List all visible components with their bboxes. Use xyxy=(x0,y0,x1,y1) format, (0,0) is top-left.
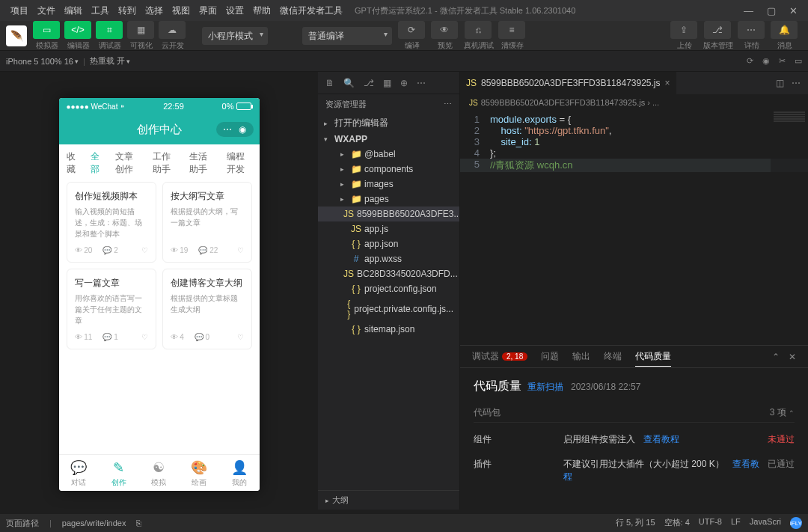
clear-cache-button[interactable]: ≡ xyxy=(498,21,525,39)
menu-item[interactable]: 文件 xyxy=(33,5,60,16)
tutorial-link[interactable]: 查看教程 xyxy=(563,459,759,482)
capsule-button[interactable]: ⋯◉ xyxy=(216,122,254,137)
message-button[interactable]: 🔔 xyxy=(771,21,798,39)
debugger-button[interactable]: ⌗ xyxy=(96,21,123,39)
page-path[interactable]: pages/write/index xyxy=(62,519,126,528)
record-icon[interactable]: ◉ xyxy=(762,56,770,66)
phone-tab[interactable]: 工作助手 xyxy=(153,150,178,176)
simulator-button[interactable]: ▭ xyxy=(33,21,60,39)
content-card[interactable]: 创作短视频脚本输入视频的简短描述，生成：标题、场景和整个脚本👁 20💬 2♡ xyxy=(67,182,156,263)
phone-tab[interactable]: 全部 xyxy=(91,150,103,176)
panel-collapse-icon[interactable]: ⌃ xyxy=(772,352,780,362)
tree-item[interactable]: ▸📁@babel xyxy=(318,147,459,162)
explorer-more-icon[interactable]: ⋯ xyxy=(444,100,452,109)
nav-item[interactable]: 👤我的 xyxy=(219,459,260,488)
refresh-icon[interactable]: ⟳ xyxy=(747,56,753,66)
tab-close-icon[interactable]: × xyxy=(665,78,670,88)
more-icon[interactable]: ⋯ xyxy=(792,78,801,88)
menu-item[interactable]: 视图 xyxy=(168,5,195,16)
block-icon[interactable]: ▦ xyxy=(383,78,391,88)
minimize-icon[interactable]: — xyxy=(744,5,753,16)
encoding-status[interactable]: UTF-8 xyxy=(699,517,722,529)
mode-select[interactable]: 小程序模式 xyxy=(202,27,268,45)
content-card[interactable]: 按大纲写文章根据提供的大纲，写一篇文章👁 19💬 22♡ xyxy=(162,182,252,263)
panel-tab-problems[interactable]: 问题 xyxy=(541,347,559,366)
breadcrumb[interactable]: JS8599BBB65020A3DFE3FFD3B118473925.js › … xyxy=(460,94,808,111)
hot-reload-toggle[interactable]: 热重载 开 xyxy=(90,55,125,67)
minimap[interactable] xyxy=(771,111,808,260)
root-folder[interactable]: ▾WXAPP xyxy=(318,132,459,147)
menu-item[interactable]: 设置 xyxy=(221,5,248,16)
outline-section[interactable]: ▸大纲 xyxy=(318,490,459,510)
chevron-down-icon[interactable]: ⌃ xyxy=(789,409,795,417)
cloud-button[interactable]: ☁ xyxy=(159,21,186,39)
panel-tab-output[interactable]: 输出 xyxy=(572,347,590,366)
tree-item[interactable]: #app.wxss xyxy=(318,251,459,266)
menu-item[interactable]: 编辑 xyxy=(60,5,87,16)
cut-icon[interactable]: ✂ xyxy=(779,56,786,66)
tree-item[interactable]: ▸📁pages xyxy=(318,192,459,207)
menu-item[interactable]: 界面 xyxy=(195,5,221,16)
phone-tab[interactable]: 收藏 xyxy=(67,150,79,176)
branch-icon[interactable]: ⎇ xyxy=(364,78,374,88)
menu-item[interactable]: 帮助 xyxy=(248,5,275,16)
tree-item[interactable]: JSBC28D3345020A3DFD... xyxy=(318,266,459,281)
tree-item[interactable]: JSapp.js xyxy=(318,221,459,236)
panel-tab-terminal[interactable]: 终端 xyxy=(604,347,622,366)
tree-item[interactable]: { }project.config.json xyxy=(318,281,459,296)
tree-item[interactable]: { }app.json xyxy=(318,236,459,251)
panel-tab-debugger[interactable]: 调试器2, 18 xyxy=(472,347,527,366)
tutorial-link[interactable]: 查看教程 xyxy=(643,434,679,444)
ifly-icon[interactable]: iFLY xyxy=(790,517,802,529)
menu-item[interactable]: 转到 xyxy=(114,5,141,16)
nav-item[interactable]: ✎创作 xyxy=(99,459,139,488)
content-card[interactable]: 写一篇文章用你喜欢的语言写一篇关于任何主题的文章👁 11💬 1♡ xyxy=(67,269,156,349)
split-icon[interactable]: ◫ xyxy=(776,78,784,88)
editor-button[interactable]: </> xyxy=(64,21,91,39)
tree-item[interactable]: JS8599BBB65020A3DFE3... xyxy=(318,207,459,221)
menu-item[interactable]: 工具 xyxy=(87,5,114,16)
search-icon[interactable]: 🔍 xyxy=(343,78,355,88)
eol-status[interactable]: LF xyxy=(731,517,741,529)
preview-button[interactable]: 👁 xyxy=(431,21,458,39)
page-path-label[interactable]: 页面路径 xyxy=(6,518,39,529)
details-button[interactable]: ⋯ xyxy=(738,21,765,39)
lang-status[interactable]: JavaScri xyxy=(750,517,781,529)
cursor-position[interactable]: 行 5, 列 15 xyxy=(616,517,655,529)
nav-item[interactable]: ☯模拟 xyxy=(139,459,180,488)
tree-item[interactable]: ▸📁components xyxy=(318,162,459,177)
copy-icon[interactable]: ⎘ xyxy=(136,519,141,528)
device-selector[interactable]: iPhone 5 100% 16 xyxy=(6,57,73,66)
visual-button[interactable]: ▦ xyxy=(127,21,154,39)
version-button[interactable]: ⎇ xyxy=(704,21,731,39)
nav-item[interactable]: 💬对话 xyxy=(59,459,100,488)
menu-item[interactable]: 微信开发者工具 xyxy=(275,5,347,16)
tree-item[interactable]: { }sitemap.json xyxy=(318,322,459,337)
menu-item[interactable]: 选择 xyxy=(141,5,168,16)
layout-icon[interactable]: ▭ xyxy=(795,56,802,66)
phone-tab[interactable]: 生活助手 xyxy=(189,150,215,176)
phone-tab[interactable]: 文章创作 xyxy=(115,150,141,176)
panel-tab-quality[interactable]: 代码质量 xyxy=(635,347,671,367)
indent-status[interactable]: 空格: 4 xyxy=(664,517,690,529)
tree-item[interactable]: { }project.private.config.js... xyxy=(318,296,459,322)
rescan-link[interactable]: 重新扫描 xyxy=(527,382,563,392)
editor-tab[interactable]: JS 8599BBB65020A3DFE3FFD3B118473925.js × xyxy=(460,72,677,94)
menu-item[interactable]: 项目 xyxy=(6,5,33,16)
content-card[interactable]: 创建博客文章大纲根据提供的文章标题生成大纲👁 4💬 0♡ xyxy=(162,269,252,349)
code-area[interactable]: 1module.exports = { 2 host: "https://gpt… xyxy=(460,111,808,345)
files-icon[interactable]: 🗎 xyxy=(325,78,334,88)
remote-debug-button[interactable]: ⎌ xyxy=(465,21,492,39)
maximize-icon[interactable]: ▢ xyxy=(767,5,776,16)
nav-item[interactable]: 🎨绘画 xyxy=(179,459,219,488)
close-icon[interactable]: ✕ xyxy=(789,5,798,16)
ext-icon[interactable]: ⊕ xyxy=(400,78,408,88)
opened-editors-section[interactable]: ▸打开的编辑器 xyxy=(318,114,459,132)
compile-select[interactable]: 普通编译 xyxy=(302,27,392,45)
upload-button[interactable]: ⇪ xyxy=(670,21,697,39)
tree-item[interactable]: ▸📁images xyxy=(318,177,459,192)
more-icon[interactable]: ⋯ xyxy=(417,78,426,88)
compile-button[interactable]: ⟳ xyxy=(398,21,425,39)
panel-close-icon[interactable]: ✕ xyxy=(789,352,796,362)
phone-tab[interactable]: 编程开发 xyxy=(227,150,252,176)
